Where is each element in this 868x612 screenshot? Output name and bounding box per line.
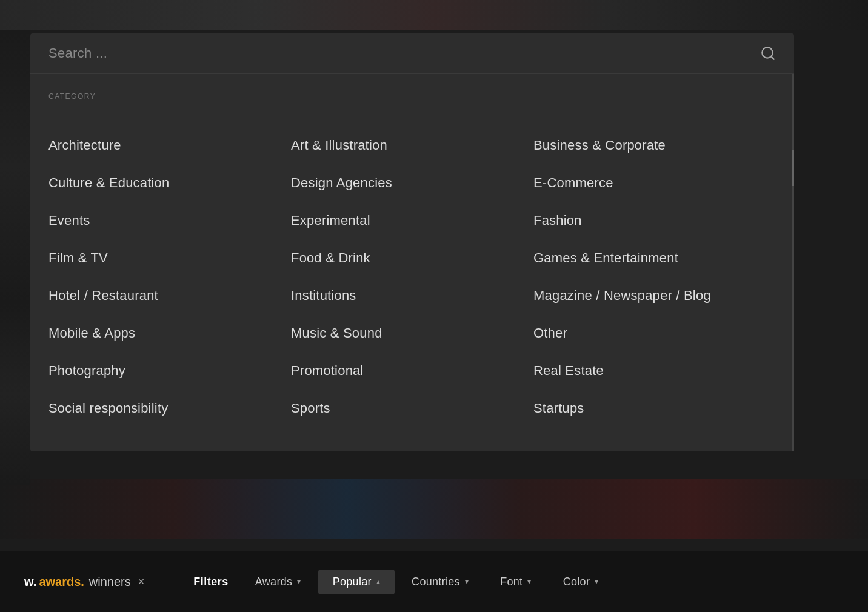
- category-item-other[interactable]: Other: [533, 314, 776, 352]
- category-item-institutions[interactable]: Institutions: [291, 277, 533, 314]
- filter-btn-popular[interactable]: Popular▴: [318, 570, 395, 594]
- category-item-promotional[interactable]: Promotional: [291, 352, 533, 390]
- close-button[interactable]: ×: [138, 576, 145, 588]
- category-item-fashion[interactable]: Fashion: [533, 202, 776, 239]
- category-item-magazine-newspaper-blog[interactable]: Magazine / Newspaper / Blog: [533, 277, 776, 314]
- filter-label-popular: Popular: [333, 576, 372, 588]
- category-item-experimental[interactable]: Experimental: [291, 202, 533, 239]
- category-dropdown: CATEGORY ArchitectureArt & IllustrationB…: [30, 33, 794, 451]
- category-section: CATEGORY ArchitectureArt & IllustrationB…: [30, 74, 794, 451]
- filter-label-awards: Awards: [255, 576, 293, 588]
- search-icon[interactable]: [760, 45, 776, 61]
- brand-w: w.: [24, 575, 36, 589]
- category-item-art-illustration[interactable]: Art & Illustration: [291, 127, 533, 164]
- category-item-social-responsibility[interactable]: Social responsibility: [48, 390, 291, 427]
- brand-winners: winners: [89, 575, 131, 589]
- category-item-film-tv[interactable]: Film & TV: [48, 239, 291, 277]
- category-item-culture-education[interactable]: Culture & Education: [48, 164, 291, 202]
- svg-line-1: [771, 56, 774, 59]
- bg-bottom-strip: [0, 479, 868, 539]
- chevron-awards-icon: ▾: [297, 577, 301, 586]
- search-input[interactable]: [48, 45, 760, 61]
- brand-label: w. awards. winners ×: [24, 575, 144, 589]
- category-item-business-corporate[interactable]: Business & Corporate: [533, 127, 776, 164]
- filters-label: Filters: [193, 576, 229, 588]
- filter-label-countries: Countries: [412, 576, 460, 588]
- category-item-hotel-restaurant[interactable]: Hotel / Restaurant: [48, 277, 291, 314]
- filter-btn-color[interactable]: Color▾: [549, 570, 613, 594]
- category-item-real-estate[interactable]: Real Estate: [533, 352, 776, 390]
- category-item-events[interactable]: Events: [48, 202, 291, 239]
- category-item-mobile-apps[interactable]: Mobile & Apps: [48, 314, 291, 352]
- filter-btn-awards[interactable]: Awards▾: [241, 570, 316, 594]
- filter-btn-countries[interactable]: Countries▾: [397, 570, 483, 594]
- filter-buttons: Awards▾Popular▴Countries▾Font▾Color▾: [241, 570, 613, 594]
- bottom-bar: w. awards. winners × Filters Awards▾Popu…: [0, 551, 868, 612]
- filter-label-font: Font: [500, 576, 522, 588]
- bg-side-left: [0, 30, 30, 485]
- category-grid: ArchitectureArt & IllustrationBusiness &…: [48, 127, 776, 427]
- category-label: CATEGORY: [48, 92, 776, 101]
- category-divider: [48, 108, 776, 108]
- category-item-e-commerce[interactable]: E-Commerce: [533, 164, 776, 202]
- filter-label-color: Color: [563, 576, 590, 588]
- scrollbar[interactable]: [792, 74, 794, 451]
- chevron-font-icon: ▾: [527, 577, 531, 586]
- category-item-sports[interactable]: Sports: [291, 390, 533, 427]
- category-item-design-agencies[interactable]: Design Agencies: [291, 164, 533, 202]
- search-bar: [30, 33, 794, 74]
- chevron-popular-icon: ▴: [376, 577, 380, 586]
- filter-btn-font[interactable]: Font▾: [486, 570, 546, 594]
- chevron-color-icon: ▾: [595, 577, 598, 586]
- category-item-food-drink[interactable]: Food & Drink: [291, 239, 533, 277]
- category-item-startups[interactable]: Startups: [533, 390, 776, 427]
- category-item-photography[interactable]: Photography: [48, 352, 291, 390]
- scrollbar-thumb: [792, 150, 794, 186]
- brand-awards: awards.: [39, 575, 84, 589]
- category-item-games-entertainment[interactable]: Games & Entertainment: [533, 239, 776, 277]
- chevron-countries-icon: ▾: [465, 577, 469, 586]
- category-item-music-sound[interactable]: Music & Sound: [291, 314, 533, 352]
- bg-top-strip: [0, 0, 868, 30]
- category-item-architecture[interactable]: Architecture: [48, 127, 291, 164]
- bottom-bar-divider: [175, 570, 175, 594]
